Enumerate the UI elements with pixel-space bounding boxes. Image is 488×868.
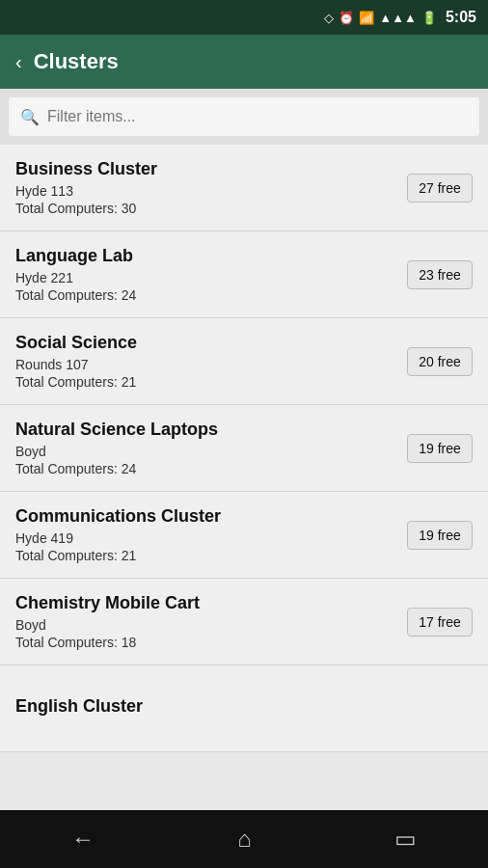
cluster-location: Boyd xyxy=(15,444,407,459)
status-icons: ◇ ⏰ 📶 ▲▲▲ 🔋 5:05 xyxy=(324,9,476,26)
free-badge: 23 free xyxy=(407,260,473,289)
cluster-name: Business Cluster xyxy=(15,159,407,179)
free-badge: 19 free xyxy=(407,521,473,550)
signal-icon: ▲▲▲ xyxy=(379,11,417,25)
cluster-location: Hyde 419 xyxy=(15,530,407,546)
cluster-location: Rounds 107 xyxy=(15,357,407,372)
list-item[interactable]: Language LabHyde 221Total Computers: 242… xyxy=(0,231,488,318)
cluster-info: Social ScienceRounds 107Total Computers:… xyxy=(15,333,407,390)
list-item[interactable]: Business ClusterHyde 113Total Computers:… xyxy=(0,145,488,231)
cluster-info: English Cluster xyxy=(15,696,473,720)
nav-back-button[interactable]: ← xyxy=(71,826,95,853)
wifi-icon: 📶 xyxy=(359,11,374,25)
list-item[interactable]: Natural Science LaptopsBoydTotal Compute… xyxy=(0,405,488,492)
battery-icon: 🔋 xyxy=(421,11,437,25)
list-item[interactable]: Communications ClusterHyde 419Total Comp… xyxy=(0,492,488,579)
cluster-name: Language Lab xyxy=(15,246,407,266)
nav-home-button[interactable]: ⌂ xyxy=(237,826,252,853)
header: ‹ Clusters xyxy=(0,35,488,89)
sim-icon: ◇ xyxy=(324,11,334,25)
cluster-info: Natural Science LaptopsBoydTotal Compute… xyxy=(15,420,407,476)
cluster-name: Natural Science Laptops xyxy=(15,420,407,440)
cluster-total: Total Computers: 24 xyxy=(15,287,407,303)
cluster-name: Communications Cluster xyxy=(15,506,407,527)
cluster-name: English Cluster xyxy=(15,696,473,717)
cluster-info: Chemistry Mobile CartBoydTotal Computers… xyxy=(15,593,407,650)
free-badge: 17 free xyxy=(407,608,473,637)
cluster-info: Communications ClusterHyde 419Total Comp… xyxy=(15,506,407,563)
free-badge: 19 free xyxy=(407,434,473,463)
cluster-total: Total Computers: 24 xyxy=(15,461,407,476)
search-bar[interactable]: 🔍 xyxy=(8,96,480,137)
search-icon: 🔍 xyxy=(20,108,40,126)
page-title: Clusters xyxy=(34,49,119,74)
search-input[interactable] xyxy=(47,108,468,125)
cluster-name: Chemistry Mobile Cart xyxy=(15,593,407,613)
cluster-location: Hyde 221 xyxy=(15,270,407,285)
status-bar: ◇ ⏰ 📶 ▲▲▲ 🔋 5:05 xyxy=(0,0,488,35)
free-badge: 27 free xyxy=(407,174,473,203)
cluster-name: Social Science xyxy=(15,333,407,353)
alarm-icon: ⏰ xyxy=(339,11,354,25)
cluster-info: Business ClusterHyde 113Total Computers:… xyxy=(15,159,407,216)
cluster-location: Boyd xyxy=(15,617,407,633)
free-badge: 20 free xyxy=(407,347,473,376)
list-item[interactable]: Chemistry Mobile CartBoydTotal Computers… xyxy=(0,579,488,665)
nav-recent-button[interactable]: ▭ xyxy=(394,826,417,853)
status-time: 5:05 xyxy=(446,9,476,26)
back-button[interactable]: ‹ xyxy=(15,51,22,73)
cluster-total: Total Computers: 21 xyxy=(15,374,407,390)
cluster-total: Total Computers: 18 xyxy=(15,635,407,650)
cluster-list: Business ClusterHyde 113Total Computers:… xyxy=(0,145,488,810)
cluster-info: Language LabHyde 221Total Computers: 24 xyxy=(15,246,407,303)
list-item[interactable]: English Cluster xyxy=(0,665,488,752)
nav-bar: ← ⌂ ▭ xyxy=(0,810,488,868)
list-item[interactable]: Social ScienceRounds 107Total Computers:… xyxy=(0,318,488,405)
cluster-total: Total Computers: 21 xyxy=(15,548,407,563)
cluster-location: Hyde 113 xyxy=(15,183,407,199)
cluster-total: Total Computers: 30 xyxy=(15,201,407,216)
